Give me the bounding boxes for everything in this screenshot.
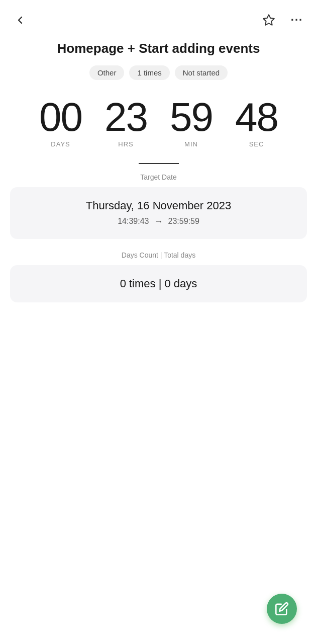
target-date-section-label: Target Date: [0, 173, 317, 181]
date-card-date: Thursday, 16 November 2023: [20, 199, 297, 212]
countdown-hrs: 23 HRS: [93, 97, 159, 148]
favorite-button[interactable]: [259, 10, 279, 30]
countdown-min-value: 59: [170, 97, 213, 137]
countdown-sec-label: SEC: [249, 140, 264, 148]
edit-icon: [275, 602, 289, 616]
countdown-timer: 00 DAYS 23 HRS 59 MIN 48 SEC: [0, 92, 317, 158]
header: ···: [0, 0, 317, 35]
tag-other[interactable]: Other: [89, 65, 125, 80]
time-start: 14:39:43: [118, 217, 149, 226]
countdown-sec-value: 48: [235, 97, 278, 137]
tag-times[interactable]: 1 times: [129, 65, 169, 80]
header-actions: ···: [259, 10, 307, 30]
countdown-days-value: 00: [39, 97, 82, 137]
date-card: Thursday, 16 November 2023 14:39:43 → 23…: [10, 187, 307, 239]
edit-fab-button[interactable]: [267, 594, 297, 624]
svg-marker-0: [263, 15, 274, 25]
more-options-button[interactable]: ···: [287, 10, 307, 30]
count-card-value: 0 times | 0 days: [20, 277, 297, 290]
countdown-min-label: MIN: [184, 140, 198, 148]
countdown-sec: 48 SEC: [224, 97, 289, 148]
countdown-days-label: DAYS: [51, 140, 70, 148]
time-end: 23:59:59: [168, 217, 199, 226]
days-count-section-label: Days Count | Total days: [0, 251, 317, 259]
tag-status[interactable]: Not started: [175, 65, 228, 80]
countdown-days: 00 DAYS: [28, 97, 93, 148]
more-dots-icon: ···: [291, 14, 303, 27]
back-button[interactable]: [10, 10, 30, 30]
date-card-time-range: 14:39:43 → 23:59:59: [20, 216, 297, 227]
count-card: 0 times | 0 days: [10, 265, 307, 302]
countdown-min: 59 MIN: [159, 97, 224, 148]
countdown-hrs-label: HRS: [118, 140, 133, 148]
page-title: Homepage + Start adding events: [0, 35, 317, 65]
tags-row: Other 1 times Not started: [0, 65, 317, 92]
countdown-hrs-value: 23: [104, 97, 147, 137]
arrow-right-icon: →: [154, 216, 163, 227]
countdown-divider: [139, 163, 179, 164]
